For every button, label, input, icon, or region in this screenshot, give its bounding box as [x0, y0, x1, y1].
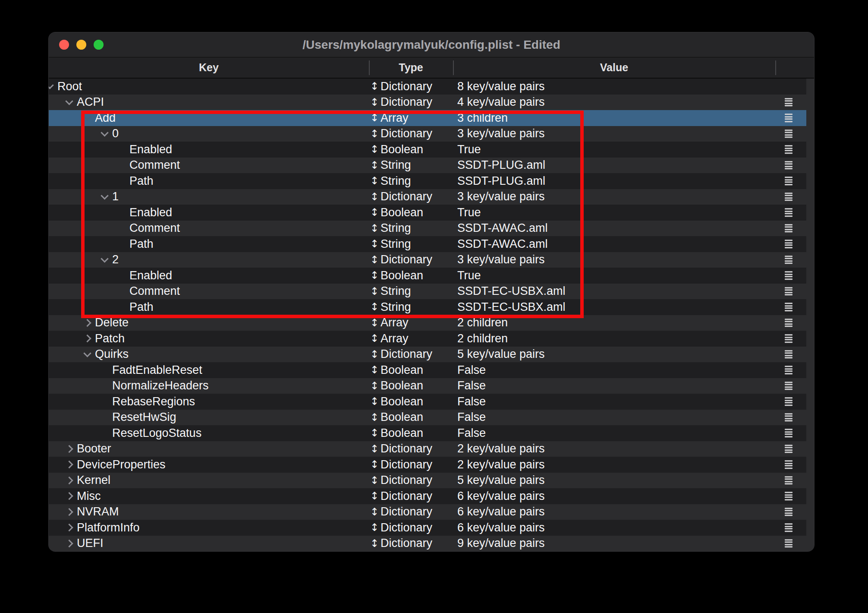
type-stepper-icon[interactable]: ↕ — [369, 158, 380, 174]
row-menu-icon[interactable] — [785, 524, 793, 532]
type-stepper-icon[interactable]: ↕ — [369, 173, 380, 189]
row-menu-icon[interactable] — [785, 413, 793, 422]
column-divider[interactable] — [369, 60, 370, 75]
row-key[interactable]: Comment — [129, 221, 180, 237]
type-stepper-icon[interactable]: ↕ — [369, 189, 380, 205]
row-type[interactable]: Boolean — [381, 378, 423, 394]
row-type[interactable]: Dictionary — [381, 504, 432, 520]
type-stepper-icon[interactable]: ↕ — [369, 504, 380, 520]
row-value[interactable]: 4 key/value pairs — [457, 95, 545, 111]
row-key[interactable]: Enabled — [129, 268, 172, 284]
row-type[interactable]: Dictionary — [381, 520, 432, 536]
row-value[interactable]: 2 children — [457, 315, 508, 331]
plist-row-enabled[interactable]: Enabled↕BooleanTrue — [49, 268, 806, 284]
row-menu-icon[interactable] — [785, 114, 793, 123]
row-type[interactable]: String — [381, 299, 411, 315]
row-value[interactable]: 6 key/value pairs — [457, 488, 545, 504]
chevron-right-icon[interactable] — [65, 477, 73, 484]
row-value[interactable]: 3 children — [457, 110, 508, 126]
plist-row-deviceproperties[interactable]: DeviceProperties↕Dictionary2 key/value p… — [49, 457, 806, 473]
row-type[interactable]: Boolean — [381, 410, 423, 426]
plist-row-add[interactable]: Add↕Array3 children — [49, 110, 806, 126]
type-stepper-icon[interactable]: ↕ — [369, 394, 380, 410]
row-value[interactable]: 6 key/value pairs — [457, 504, 545, 520]
type-stepper-icon[interactable]: ↕ — [369, 378, 380, 394]
row-type[interactable]: Boolean — [381, 268, 423, 284]
type-stepper-icon[interactable]: ↕ — [369, 457, 380, 473]
plist-row-root[interactable]: Root↕Dictionary8 key/value pairs — [49, 79, 806, 95]
plist-row-2[interactable]: 2↕Dictionary3 key/value pairs — [49, 252, 806, 268]
type-stepper-icon[interactable]: ↕ — [369, 252, 380, 268]
row-menu-icon[interactable] — [785, 145, 793, 154]
row-menu-icon[interactable] — [785, 429, 793, 438]
type-stepper-icon[interactable]: ↕ — [369, 126, 380, 142]
type-stepper-icon[interactable]: ↕ — [369, 536, 380, 552]
row-type[interactable]: Boolean — [381, 425, 423, 441]
plist-row-comment[interactable]: Comment↕StringSSDT-EC-USBX.aml — [49, 284, 806, 300]
plist-row-comment[interactable]: Comment↕StringSSDT-AWAC.aml — [49, 221, 806, 237]
row-key[interactable]: UEFI — [77, 536, 104, 552]
row-key[interactable]: 1 — [112, 189, 119, 205]
row-key[interactable]: Path — [129, 236, 154, 252]
plist-row-0[interactable]: 0↕Dictionary3 key/value pairs — [49, 126, 806, 142]
plist-row-nvram[interactable]: NVRAM↕Dictionary6 key/value pairs — [49, 504, 806, 520]
row-menu-icon[interactable] — [785, 508, 793, 516]
plist-row-booter[interactable]: Booter↕Dictionary2 key/value pairs — [49, 441, 806, 457]
row-type[interactable]: Dictionary — [381, 441, 432, 457]
row-type[interactable]: String — [381, 284, 411, 300]
type-stepper-icon[interactable]: ↕ — [369, 95, 380, 111]
row-key[interactable]: 0 — [112, 126, 119, 142]
row-key[interactable]: NVRAM — [77, 504, 119, 520]
row-value[interactable]: 8 key/value pairs — [457, 79, 545, 95]
row-key[interactable]: FadtEnableReset — [112, 362, 202, 378]
row-type[interactable]: Dictionary — [381, 347, 432, 363]
type-stepper-icon[interactable]: ↕ — [369, 441, 380, 457]
column-header-type[interactable]: Type — [369, 57, 453, 78]
row-value[interactable]: 3 key/value pairs — [457, 252, 545, 268]
row-menu-icon[interactable] — [785, 335, 793, 343]
plist-row-path[interactable]: Path↕StringSSDT-AWAC.aml — [49, 236, 806, 252]
row-value[interactable]: 2 key/value pairs — [457, 457, 545, 473]
row-type[interactable]: Dictionary — [381, 126, 432, 142]
chevron-right-icon[interactable] — [83, 335, 91, 342]
chevron-right-icon[interactable] — [65, 461, 73, 468]
chevron-down-icon[interactable] — [83, 113, 91, 120]
plist-row-resetlogostatus[interactable]: ResetLogoStatus↕BooleanFalse — [49, 425, 806, 441]
row-type[interactable]: Dictionary — [381, 473, 432, 489]
plist-row-kernel[interactable]: Kernel↕Dictionary5 key/value pairs — [49, 473, 806, 489]
row-value[interactable]: True — [457, 142, 481, 158]
row-key[interactable]: Enabled — [129, 142, 172, 158]
row-menu-icon[interactable] — [785, 539, 793, 548]
row-value[interactable]: 5 key/value pairs — [457, 473, 545, 489]
row-menu-icon[interactable] — [785, 224, 793, 233]
row-type[interactable]: Dictionary — [381, 252, 432, 268]
plist-row-quirks[interactable]: Quirks↕Dictionary5 key/value pairs — [49, 347, 806, 363]
row-value[interactable]: False — [457, 394, 486, 410]
row-menu-icon[interactable] — [785, 319, 793, 327]
row-value[interactable]: SSDT-EC-USBX.aml — [457, 299, 566, 315]
row-key[interactable]: Root — [57, 79, 82, 95]
row-type[interactable]: Boolean — [381, 142, 423, 158]
row-menu-icon[interactable] — [785, 272, 793, 280]
row-key[interactable]: 2 — [112, 252, 119, 268]
row-menu-icon[interactable] — [785, 350, 793, 359]
row-menu-icon[interactable] — [785, 476, 793, 485]
row-value[interactable]: 9 key/value pairs — [457, 536, 545, 552]
plist-row-rebaseregions[interactable]: RebaseRegions↕BooleanFalse — [49, 394, 806, 410]
chevron-down-icon[interactable] — [101, 192, 108, 199]
row-type[interactable]: Dictionary — [381, 536, 432, 552]
row-value[interactable]: SSDT-AWAC.aml — [457, 236, 548, 252]
row-value[interactable]: False — [457, 410, 486, 426]
type-stepper-icon[interactable]: ↕ — [369, 299, 380, 315]
type-stepper-icon[interactable]: ↕ — [369, 79, 380, 95]
row-key[interactable]: RebaseRegions — [112, 394, 195, 410]
row-key[interactable]: Delete — [95, 315, 129, 331]
type-stepper-icon[interactable]: ↕ — [369, 362, 380, 378]
row-value[interactable]: False — [457, 378, 486, 394]
plist-row-enabled[interactable]: Enabled↕BooleanTrue — [49, 205, 806, 221]
row-menu-icon[interactable] — [785, 398, 793, 406]
row-type[interactable]: String — [381, 173, 411, 189]
row-key[interactable]: Add — [95, 110, 116, 126]
row-value[interactable]: 5 key/value pairs — [457, 347, 545, 363]
plist-row-path[interactable]: Path↕StringSSDT-PLUG.aml — [49, 173, 806, 189]
